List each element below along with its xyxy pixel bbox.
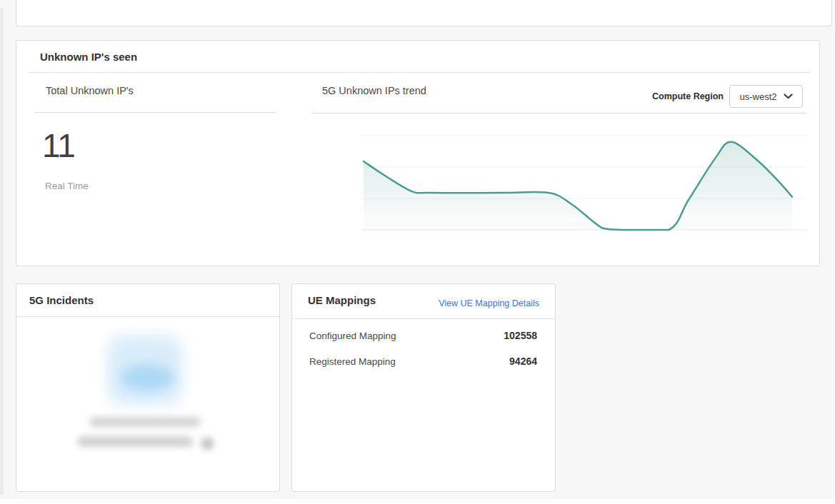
unknown-ips-card-title: Unknown IP's seen xyxy=(40,51,137,63)
incidents-header-divider xyxy=(16,316,279,317)
chevron-down-icon xyxy=(784,94,793,99)
incidents-card-title: 5G Incidents xyxy=(29,294,94,306)
unknown-ips-trend-chart xyxy=(361,127,822,231)
trend-panel-title: 5G Unknown IPs trend xyxy=(322,85,426,96)
empty-state-illustration-core xyxy=(121,364,174,391)
ue-mappings-header-divider xyxy=(292,318,555,319)
compute-region-dropdown[interactable]: us-west2 xyxy=(729,85,803,108)
total-unknown-ips-title: Total Unknown IP's xyxy=(46,85,134,96)
left-edge-strip xyxy=(0,9,4,495)
configured-mapping-value: 102558 xyxy=(504,330,537,341)
ue-mapping-row: Registered Mapping 94264 xyxy=(309,354,537,368)
compute-region-selected-value: us-west2 xyxy=(739,91,776,102)
blurred-text-line xyxy=(77,436,193,447)
bottom-edge-strip xyxy=(0,499,835,504)
ue-mappings-card-title: UE Mappings xyxy=(308,294,376,306)
real-time-caption: Real Time xyxy=(45,181,89,191)
unknown-ips-card: Unknown IP's seen Total Unknown IP's 11 … xyxy=(16,40,820,266)
previous-card-partial xyxy=(16,0,832,26)
configured-mapping-label: Configured Mapping xyxy=(309,331,396,341)
view-ue-mapping-details-link[interactable]: View UE Mapping Details xyxy=(439,298,539,308)
blurred-text-line xyxy=(89,417,201,427)
ue-mapping-row: Configured Mapping 102558 xyxy=(309,328,537,343)
card-header-divider xyxy=(28,72,809,73)
trend-panel-divider xyxy=(311,113,806,114)
blurred-help-icon xyxy=(201,437,214,450)
compute-region-label: Compute Region xyxy=(595,91,724,101)
registered-mapping-value: 94264 xyxy=(509,356,537,367)
registered-mapping-label: Registered Mapping xyxy=(309,356,396,367)
total-unknown-ips-value: 11 xyxy=(42,129,75,162)
ue-mappings-card: UE Mappings View UE Mapping Details Conf… xyxy=(291,283,556,492)
total-panel-divider xyxy=(34,112,276,113)
incidents-card: 5G Incidents xyxy=(16,283,280,492)
